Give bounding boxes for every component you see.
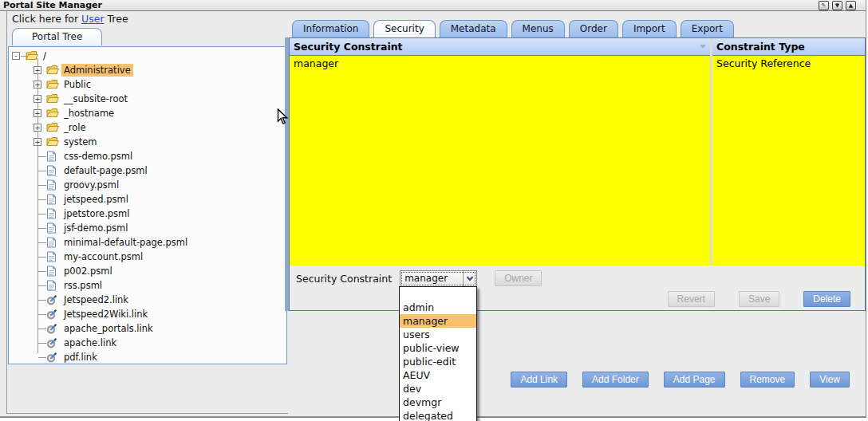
- security-constraints-table: Security Constraint manager Constraint T…: [290, 38, 865, 266]
- column-header-security-constraint[interactable]: Security Constraint: [290, 38, 710, 56]
- expand-toggle-icon[interactable]: [34, 66, 41, 74]
- bottom-action-button[interactable]: Add Folder: [582, 372, 649, 388]
- user-tree-link[interactable]: User: [81, 13, 105, 25]
- dropdown-option[interactable]: [400, 287, 476, 301]
- tree-node[interactable]: p002.psml: [9, 264, 286, 278]
- tree-node-icon: [46, 108, 59, 119]
- revert-button[interactable]: Revert: [668, 291, 715, 307]
- page-icon: [46, 208, 57, 219]
- combo-dropdown-button[interactable]: [463, 271, 476, 286]
- expand-toggle-icon[interactable]: [34, 95, 41, 103]
- tree-node-label: system: [61, 136, 100, 148]
- tree-node-label: jsf-demo.psml: [61, 222, 131, 234]
- tree-node-label: apache.link: [61, 336, 119, 349]
- portal-tree-panel: /: [8, 46, 287, 364]
- portal-site-manager-app: Portal Site Manager ✎ ▼ ▲ Click here for…: [0, 0, 868, 421]
- tree-node[interactable]: minimal-default-page.psml: [9, 235, 286, 250]
- folder-icon: [46, 79, 59, 90]
- tree-node-label: pdf.link: [61, 351, 100, 364]
- tree-node-label: minimal-default-page.psml: [61, 236, 190, 249]
- detail-tab[interactable]: Metadata: [440, 20, 507, 37]
- tree-node[interactable]: groovy.psml: [9, 178, 286, 192]
- tree-node[interactable]: Jetspeed2Wiki.link: [9, 307, 286, 321]
- detail-tab[interactable]: Export: [681, 20, 734, 37]
- tree-node[interactable]: apache.link: [9, 336, 286, 350]
- save-button[interactable]: Save: [739, 291, 779, 307]
- window-title: Portal Site Manager: [0, 0, 102, 10]
- tree-node[interactable]: my-account.psml: [9, 250, 286, 264]
- folder-icon: [26, 50, 38, 61]
- minimize-icon[interactable]: ▼: [832, 1, 842, 10]
- detail-tab[interactable]: Security: [373, 20, 435, 37]
- expand-toggle-icon[interactable]: [12, 52, 20, 60]
- sort-descending-icon: [700, 45, 706, 49]
- detail-tab[interactable]: Information: [292, 20, 369, 37]
- tree-node-icon: [46, 194, 59, 205]
- dropdown-option[interactable]: AEUV: [400, 368, 476, 382]
- tree-node[interactable]: apache_portals.link: [9, 321, 286, 336]
- detail-tab[interactable]: Order: [569, 20, 618, 37]
- expand-toggle-icon[interactable]: [34, 138, 41, 146]
- detail-tab[interactable]: Menus: [511, 20, 565, 37]
- tree-node-label: _hostname: [61, 107, 116, 120]
- dropdown-option[interactable]: devmgr: [400, 395, 476, 409]
- dropdown-option[interactable]: users: [400, 328, 476, 341]
- tree-node[interactable]: rss.psml: [9, 278, 286, 293]
- dropdown-option[interactable]: public-edit: [400, 355, 476, 368]
- bottom-action-button[interactable]: Add Page: [664, 372, 725, 388]
- column-constraint-type: Constraint Type Security Reference: [712, 38, 865, 266]
- expand-toggle-icon[interactable]: [34, 124, 41, 132]
- tree-switch-prefix: Click here for: [12, 13, 81, 25]
- tree-node[interactable]: css-demo.psml: [9, 149, 286, 163]
- dropdown-option[interactable]: delegated: [400, 409, 476, 421]
- detail-tab[interactable]: Import: [622, 20, 677, 37]
- tree-node[interactable]: Administrative: [9, 63, 286, 77]
- owner-button[interactable]: Owner: [495, 270, 542, 286]
- dropdown-option[interactable]: public-view: [400, 341, 476, 355]
- tree-node[interactable]: default-page.psml: [9, 163, 286, 178]
- tree-node[interactable]: Public: [9, 77, 286, 92]
- tab-portal-tree[interactable]: Portal Tree: [12, 28, 102, 45]
- bottom-action-button[interactable]: Add Link: [511, 372, 567, 388]
- bottom-action-button[interactable]: Remove: [740, 372, 795, 388]
- page-icon: [46, 280, 57, 291]
- tree-node-icon: [46, 337, 59, 348]
- edit-icon[interactable]: ✎: [819, 1, 829, 10]
- dropdown-option[interactable]: manager: [400, 314, 476, 328]
- tree-node[interactable]: /: [9, 49, 286, 63]
- expand-toggle-icon[interactable]: [34, 81, 41, 89]
- link-icon: [46, 294, 57, 305]
- expand-toggle-icon[interactable]: [34, 109, 41, 117]
- tree-node[interactable]: pdf.link: [9, 350, 286, 364]
- tree-node-icon: [46, 151, 59, 162]
- tree-node-icon: [46, 179, 59, 191]
- column-header-constraint-type[interactable]: Constraint Type: [712, 38, 865, 56]
- maximize-icon[interactable]: ▲: [846, 1, 856, 10]
- folder-icon: [46, 136, 59, 148]
- tree-node[interactable]: _role: [9, 120, 286, 135]
- security-constraint-select[interactable]: manager: [400, 270, 477, 287]
- tree-node-icon: [46, 65, 59, 76]
- tree-node-icon: [46, 294, 59, 305]
- folder-icon: [46, 65, 59, 76]
- table-cell-constraint-type[interactable]: Security Reference: [712, 56, 865, 71]
- tree-node[interactable]: jetspeed.psml: [9, 192, 286, 207]
- tree-node[interactable]: jsf-demo.psml: [9, 221, 286, 235]
- page-icon: [46, 251, 57, 262]
- table-cell-security-constraint[interactable]: manager: [290, 56, 710, 71]
- dropdown-option[interactable]: admin: [400, 301, 476, 314]
- tree-node-icon: [46, 122, 59, 133]
- column-header-label: Constraint Type: [716, 41, 805, 53]
- delete-button[interactable]: Delete: [803, 291, 850, 307]
- bottom-action-button[interactable]: View: [810, 372, 850, 388]
- panel-action-row: Revert Save Delete: [668, 291, 850, 307]
- tree-node[interactable]: __subsite-root: [9, 92, 286, 106]
- page-icon: [46, 165, 57, 176]
- tree-node[interactable]: _hostname: [9, 106, 286, 120]
- tree-node[interactable]: jpetstore.psml: [9, 207, 286, 221]
- tree-node-label: p002.psml: [61, 265, 115, 277]
- tree-node[interactable]: Jetspeed2.link: [9, 293, 286, 307]
- dropdown-option[interactable]: dev: [400, 382, 476, 395]
- tree-node-icon: [46, 222, 59, 234]
- tree-node[interactable]: system: [9, 135, 286, 149]
